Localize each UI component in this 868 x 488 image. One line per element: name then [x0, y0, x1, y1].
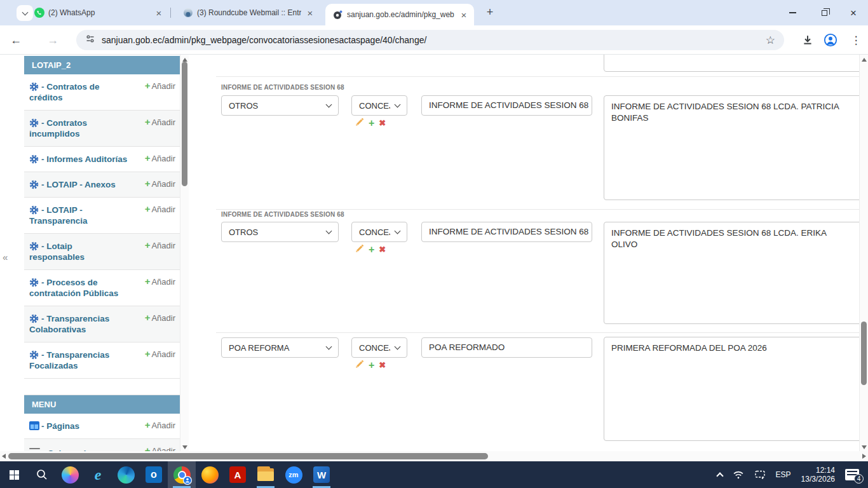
minimize-button[interactable]	[778, 0, 807, 25]
close-button[interactable]: ×	[839, 0, 868, 25]
scroll-left-icon[interactable]	[2, 454, 6, 459]
description-textarea-partial[interactable]	[604, 55, 860, 72]
sidebar-item-transparencias-focalizadas[interactable]: - Transparencias Focalizadas +Añadir	[24, 342, 180, 379]
add-link[interactable]: +Añadir	[145, 240, 175, 250]
add-link[interactable]: +Añadir	[145, 80, 175, 91]
taskbar-ie-button[interactable]: e	[84, 461, 112, 488]
site-settings-icon[interactable]	[85, 34, 95, 46]
tab-whatsapp[interactable]: (2) WhatsApp ×	[27, 0, 169, 25]
sidebar-item-contratos-creditos[interactable]: - Contratos de créditos +Añadir	[24, 74, 180, 111]
start-button[interactable]	[0, 461, 28, 488]
sidebar-item-informes-auditorias[interactable]: - Informes Auditorías +Añadir	[24, 147, 180, 172]
delete-row-icon[interactable]: ✖	[379, 361, 386, 370]
sidebar-item-paginas[interactable]: - Páginas +Añadir	[24, 414, 180, 439]
restore-button[interactable]	[810, 0, 839, 25]
add-row-icon[interactable]: +	[369, 119, 374, 128]
taskbar-explorer-button[interactable]	[252, 461, 280, 488]
sidebar-item-contratos-incumplidos[interactable]: - Contratos incumplidos +Añadir	[24, 111, 180, 147]
whatsapp-icon	[34, 8, 44, 18]
taskbar-zoom-button[interactable]: zm	[280, 461, 308, 488]
new-tab-button[interactable]: +	[483, 6, 497, 20]
sidebar-item-label[interactable]: - Procesos de contratación Públicas	[29, 278, 118, 298]
type-select[interactable]: OTROS	[221, 95, 339, 116]
taskbar-copilot-button[interactable]	[56, 461, 84, 488]
taskbar-search-button[interactable]	[28, 461, 56, 488]
address-bar[interactable]: sanjuan.gob.ec/admin/pkg_webpage/convoca…	[76, 30, 784, 50]
tab-roundcube[interactable]: (3) Roundcube Webmail :: Entra ×	[175, 0, 320, 25]
sidebar-scrollbar[interactable]	[180, 55, 189, 452]
type-select[interactable]: OTROS	[221, 222, 339, 242]
sidebar-item-label[interactable]: - LOTAIP - Anexos	[41, 180, 116, 189]
add-link[interactable]: +Añadir	[145, 348, 175, 359]
add-link[interactable]: +Añadir	[145, 419, 175, 430]
page-scrollbar-vertical[interactable]	[859, 55, 868, 452]
sidebar-item-label[interactable]: - Transparencias Colaborativas	[29, 314, 109, 334]
tab-close-icon[interactable]: ×	[305, 8, 315, 18]
tray-expand-icon[interactable]	[716, 472, 723, 479]
add-link[interactable]: +Añadir	[145, 178, 175, 189]
title-input[interactable]: INFORME DE ACTIVIDADES SESION 68	[421, 95, 592, 116]
add-row-icon[interactable]: +	[369, 361, 374, 370]
tab-close-icon[interactable]: ×	[459, 10, 469, 20]
delete-row-icon[interactable]: ✖	[379, 119, 386, 128]
sidebar-item-lotaip-responsables[interactable]: - Lotaip responsables +Añadir	[24, 234, 180, 270]
sidebar-item-label[interactable]: - Informes Auditorías	[41, 154, 127, 164]
add-link[interactable]: +Añadir	[145, 152, 175, 163]
tab-close-icon[interactable]: ×	[154, 8, 164, 18]
tab-sanjuan-active[interactable]: sanjuan.gob.ec/admin/pkg_web ×	[325, 4, 474, 25]
forward-button[interactable]: →	[44, 32, 61, 49]
connect-display-icon[interactable]	[754, 470, 766, 480]
scroll-up-icon[interactable]	[862, 58, 867, 62]
back-button[interactable]: ←	[8, 32, 24, 49]
page-scrollbar-horizontal[interactable]	[0, 451, 868, 461]
taskbar-word-button[interactable]: W	[308, 461, 336, 488]
sidebar-item-label[interactable]: - Contratos de créditos	[29, 82, 100, 102]
url-text[interactable]: sanjuan.gob.ec/admin/pkg_webpage/convoca…	[102, 35, 766, 45]
taskbar-acrobat-button[interactable]: A	[224, 461, 252, 488]
edit-pencil-icon[interactable]	[355, 244, 364, 255]
add-link[interactable]: +Añadir	[145, 312, 175, 323]
sidebar-item-label[interactable]: - Páginas	[41, 421, 79, 431]
taskbar-outlook-button[interactable]: o	[140, 461, 168, 488]
group-select[interactable]: CONCEJO	[351, 337, 407, 358]
delete-row-icon[interactable]: ✖	[379, 245, 386, 254]
description-textarea[interactable]: PRIMERA REFORMADA DEL POA 2026	[604, 337, 860, 441]
menu-kebab-icon[interactable]: ⋮	[848, 32, 864, 48]
language-indicator[interactable]: ESP	[776, 470, 791, 479]
sidebar-item-transparencias-colaborativas[interactable]: - Transparencias Colaborativas +Añadir	[24, 306, 180, 342]
scroll-down-icon[interactable]	[862, 445, 867, 449]
edit-pencil-icon[interactable]	[355, 118, 364, 129]
bookmark-star-icon[interactable]: ☆	[766, 34, 775, 47]
add-link[interactable]: +Añadir	[145, 276, 175, 287]
wifi-icon[interactable]	[733, 470, 744, 480]
edit-pencil-icon[interactable]	[355, 360, 364, 371]
sidebar-collapse-control[interactable]: «	[3, 252, 8, 262]
add-link[interactable]: +Añadir	[145, 116, 175, 127]
clock[interactable]: 12:14 13/3/2026	[801, 466, 835, 484]
page-scrollbar-thumb[interactable]	[861, 322, 867, 385]
sidebar-scrollbar-thumb[interactable]	[182, 62, 187, 186]
type-select[interactable]: POA REFORMA	[221, 337, 339, 358]
sidebar-item-lotaip-transparencia[interactable]: - LOTAIP - Transparencia +Añadir	[24, 198, 180, 234]
title-input[interactable]: POA REFORMADO	[421, 337, 592, 358]
page-scrollbar-horizontal-thumb[interactable]	[8, 453, 488, 459]
notification-center-icon[interactable]: 4	[845, 469, 859, 480]
sidebar-item-label[interactable]: - Transparencias Focalizadas	[29, 350, 109, 370]
taskbar-chrome-button[interactable]	[168, 461, 196, 488]
sidebar-item-lotaip-anexos[interactable]: - LOTAIP - Anexos +Añadir	[24, 172, 180, 198]
row-section-label: INFORME DE ACTIVIDADES SESION 68	[221, 211, 344, 218]
add-row-icon[interactable]: +	[369, 245, 374, 254]
sidebar-item-procesos-contratacion[interactable]: - Procesos de contratación Públicas +Aña…	[24, 270, 180, 306]
downloads-button[interactable]	[799, 32, 816, 48]
title-input[interactable]: INFORME DE ACTIVIDADES SESION 68	[421, 222, 592, 242]
add-link[interactable]: +Añadir	[145, 203, 175, 214]
profile-avatar[interactable]	[822, 32, 839, 48]
scroll-right-icon[interactable]	[862, 454, 866, 459]
group-select[interactable]: CONCEJO	[351, 95, 407, 116]
taskbar-edge-button[interactable]	[112, 461, 140, 488]
description-textarea[interactable]: INFORME DE ACTIVIDADES SESION 68 LCDA. E…	[604, 222, 860, 324]
group-select[interactable]: CONCEJO	[351, 222, 407, 242]
description-textarea[interactable]: INFORME DE ACTIVIDADES SESION 68 LCDA. P…	[604, 95, 860, 200]
scroll-down-icon[interactable]	[182, 445, 187, 449]
taskbar-firefox-button[interactable]	[196, 461, 224, 488]
